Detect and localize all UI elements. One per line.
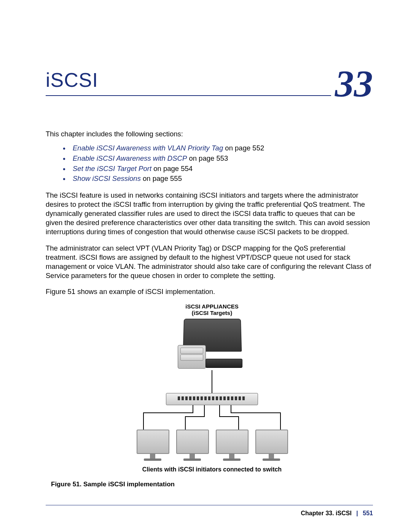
page-footer: Chapter 33. iSCSI | 551	[301, 510, 373, 517]
figure-caption: Figure 51. Sample iSCSI implementation	[51, 481, 373, 488]
toc-suffix: on page 553	[187, 154, 228, 162]
switch-ports-icon	[178, 396, 246, 400]
chapter-intro: This chapter includes the following sect…	[46, 129, 373, 139]
client-monitor-icon	[216, 430, 248, 461]
flat-appliance-icon	[206, 359, 242, 368]
figure-sample-iscsi: iSCSI APPLIANCES (iSCSI Targets)	[51, 303, 373, 473]
body-paragraph-1: The iSCSI feature is used in networks co…	[46, 191, 373, 236]
toc-suffix: on page 552	[223, 144, 264, 152]
footer-chapter-label: Chapter 33. iSCSI	[301, 510, 352, 516]
footer-rule	[46, 505, 373, 505]
toc-link-sessions[interactable]: Show iSCSI Sessions	[73, 174, 141, 182]
figure-appliances-icon	[176, 318, 248, 368]
client-monitor-icon	[255, 430, 287, 461]
toc-link-dscp[interactable]: Enable iSCSI Awareness with DSCP	[73, 154, 187, 162]
toc-suffix: on page 554	[151, 165, 193, 173]
toc-item: Set the iSCSI Target Port on page 554	[63, 164, 373, 174]
switch-icon	[166, 393, 258, 405]
toc-list: Enable iSCSI Awareness with VLAN Priorit…	[46, 143, 373, 184]
figure-top-label: iSCSI APPLIANCES (iSCSI Targets)	[170, 303, 254, 316]
body-paragraph-2: The administrator can select VPT (VLAN P…	[46, 244, 373, 280]
body-paragraph-3: Figure 51 shows an example of iSCSI impl…	[46, 287, 373, 296]
toc-item: Enable iSCSI Awareness with DSCP on page…	[63, 153, 373, 164]
chapter-title: iSCSI	[46, 69, 373, 91]
toc-link-target-port[interactable]: Set the iSCSI Target Port	[73, 165, 151, 173]
toc-suffix: on page 555	[141, 174, 182, 182]
toc-link-vlan-priority[interactable]: Enable iSCSI Awareness with VLAN Priorit…	[73, 144, 223, 152]
figure-clients-row	[51, 430, 373, 461]
client-monitor-icon	[137, 430, 169, 461]
figure-top-line2: (iSCSI Targets)	[192, 310, 232, 316]
figure-top-line1: iSCSI APPLIANCES	[185, 303, 238, 310]
figure-wire-vertical	[212, 370, 212, 393]
chapter-number: 33	[331, 65, 373, 103]
toc-item: Enable iSCSI Awareness with VLAN Priorit…	[63, 143, 373, 153]
footer-separator: |	[353, 510, 361, 516]
client-monitor-icon	[176, 430, 208, 461]
figure-bottom-label: Clients with iSCSI initiators connected …	[51, 466, 373, 473]
chapter-title-rule	[46, 95, 373, 96]
disk-array-icon	[178, 345, 206, 369]
chapter-header: iSCSI 33	[46, 69, 373, 114]
footer-page-number: 551	[363, 510, 373, 516]
figure-wires-icon	[128, 405, 296, 432]
toc-item: Show iSCSI Sessions on page 555	[63, 174, 373, 184]
